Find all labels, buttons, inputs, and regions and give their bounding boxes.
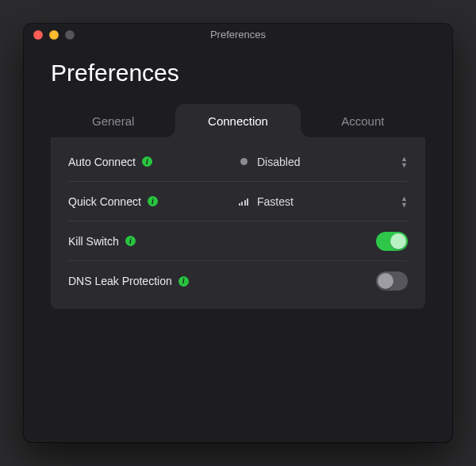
tab-bar: General Connection Account (51, 104, 425, 137)
chevron-updown-icon: ▲▼ (401, 195, 408, 207)
row-label: Quick Connect i (68, 195, 238, 208)
quick-connect-select[interactable]: Fastest ▲▼ (238, 195, 408, 208)
row-auto-connect: Auto Connect i Disabled ▲▼ (68, 142, 408, 182)
info-icon[interactable]: i (125, 236, 136, 246)
dns-leak-protection-toggle[interactable] (376, 272, 408, 291)
fullscreen-icon[interactable] (65, 30, 75, 40)
info-icon[interactable]: i (142, 156, 152, 167)
row-kill-switch: Kill Switch i (68, 221, 408, 261)
tab-connection[interactable]: Connection (175, 104, 300, 137)
close-icon[interactable] (33, 30, 43, 40)
row-dns-leak-protection: DNS Leak Protection i (68, 261, 408, 301)
window-title: Preferences (24, 29, 452, 40)
info-icon[interactable]: i (148, 196, 158, 206)
disabled-dot-icon (238, 158, 249, 165)
row-label-text: Auto Connect (68, 156, 136, 168)
select-value: Disabled (257, 156, 300, 168)
window-controls (24, 30, 75, 40)
toggle-knob (390, 233, 406, 249)
row-label: Auto Connect i (68, 156, 238, 168)
select-value: Fastest (257, 195, 294, 208)
row-label-text: DNS Leak Protection (68, 275, 172, 287)
signal-bars-icon (238, 198, 249, 206)
row-label: DNS Leak Protection i (68, 275, 238, 287)
content-area: Preferences General Connection Account A… (24, 45, 452, 442)
chevron-updown-icon: ▲▼ (401, 156, 408, 168)
preferences-window: Preferences Preferences General Connecti… (24, 24, 452, 442)
row-label-text: Quick Connect (68, 195, 141, 208)
info-icon[interactable]: i (178, 276, 189, 287)
minimize-icon[interactable] (49, 30, 59, 40)
row-label: Kill Switch i (68, 235, 238, 248)
page-title: Preferences (51, 60, 425, 87)
row-quick-connect: Quick Connect i Fastest ▲▼ (68, 182, 408, 221)
auto-connect-select[interactable]: Disabled ▲▼ (238, 156, 408, 168)
kill-switch-toggle[interactable] (376, 232, 408, 251)
toggle-knob (378, 273, 393, 289)
titlebar: Preferences (24, 24, 452, 45)
row-label-text: Kill Switch (68, 235, 119, 248)
tab-general[interactable]: General (51, 104, 175, 137)
connection-panel: Auto Connect i Disabled ▲▼ Quick Connect… (51, 137, 425, 309)
tab-account[interactable]: Account (301, 104, 425, 137)
